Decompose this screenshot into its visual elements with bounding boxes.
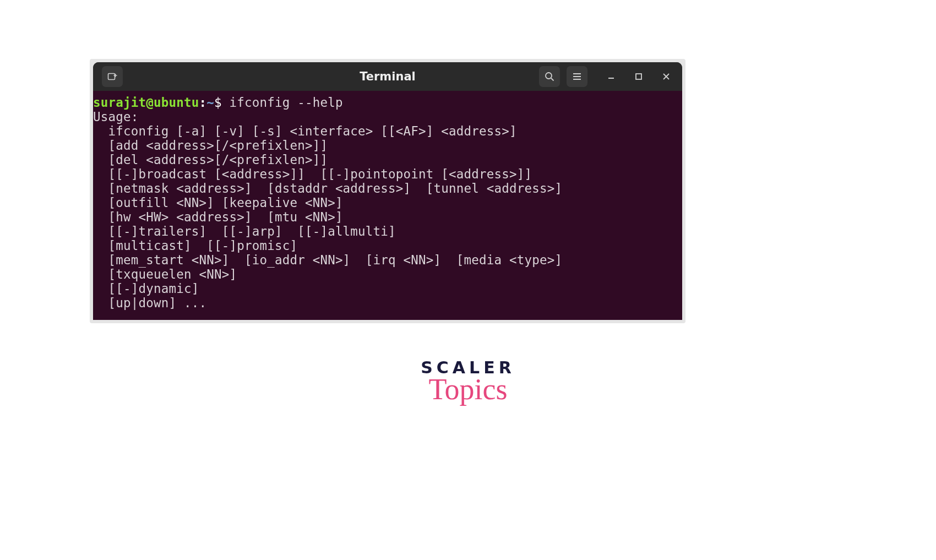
maximize-button[interactable] — [628, 66, 649, 87]
search-icon — [544, 71, 555, 82]
prompt-user: surajit@ubuntu — [93, 95, 199, 110]
svg-point-4 — [546, 73, 552, 79]
svg-rect-10 — [636, 74, 641, 79]
minimize-button[interactable] — [601, 66, 622, 87]
terminal-screenshot-frame: Terminal — [90, 59, 685, 323]
scaler-topics-logo: SCALER Topics — [0, 358, 936, 403]
prompt-colon: : — [199, 95, 206, 110]
terminal-window: Terminal — [93, 62, 682, 320]
prompt-dollar: $ — [214, 95, 222, 110]
logo-word-topics: Topics — [0, 376, 936, 403]
command-text: ifconfig --help — [229, 95, 342, 110]
svg-line-5 — [551, 78, 554, 81]
maximize-icon — [633, 71, 644, 82]
close-icon — [661, 71, 672, 82]
output-text: Usage: ifconfig [-a] [-v] [-s] <interfac… — [93, 110, 562, 310]
search-button[interactable] — [539, 66, 560, 87]
titlebar: Terminal — [93, 62, 682, 91]
new-tab-icon — [107, 71, 118, 82]
terminal-body[interactable]: surajit@ubuntu:~$ ifconfig --help Usage:… — [93, 91, 682, 320]
minimize-icon — [606, 71, 617, 82]
prompt-path: ~ — [206, 95, 214, 110]
hamburger-icon — [572, 71, 583, 82]
new-tab-button[interactable] — [102, 66, 123, 87]
svg-rect-0 — [108, 74, 115, 80]
close-button[interactable] — [656, 66, 677, 87]
menu-button[interactable] — [567, 66, 587, 87]
